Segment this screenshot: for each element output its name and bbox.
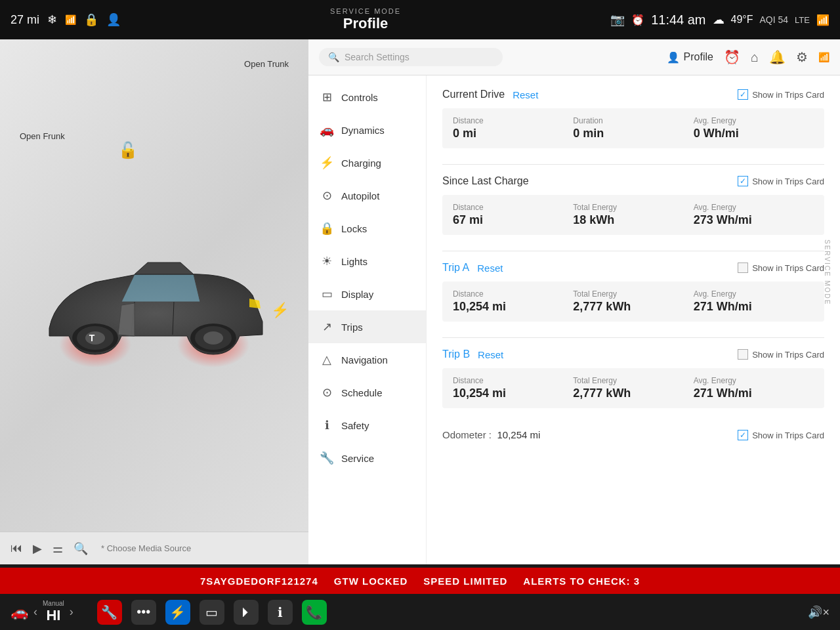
trip-b-avg-energy-value: 271 Wh/mi: [694, 387, 814, 400]
sidebar-item-safety[interactable]: ℹ Safety: [308, 409, 426, 442]
odometer-show-trips[interactable]: ✓ Show in Trips Card: [738, 430, 824, 440]
sidebar-item-service[interactable]: 🔧 Service: [308, 442, 426, 474]
service-mode-side-label: SERVICE MODE: [823, 240, 830, 306]
trips-label: Trips: [341, 322, 363, 333]
volume-display[interactable]: 🔊×: [808, 605, 830, 620]
search-icon: 🔍: [328, 52, 339, 62]
odometer-row: Odometer : 10,254 mi ✓ Show in Trips Car…: [442, 424, 824, 446]
info-icon: ℹ: [278, 604, 283, 620]
autopilot-label: Autopilot: [341, 190, 379, 201]
lights-label: Lights: [341, 256, 368, 267]
sidebar-item-trips[interactable]: ↗ Trips: [308, 310, 426, 343]
profile-button[interactable]: 👤 Profile: [667, 51, 713, 64]
car-lock-icon: 🔓: [118, 141, 138, 159]
wrench-app-icon[interactable]: 🔧: [97, 600, 122, 625]
slc-energy: Total Energy 18 kWh: [573, 203, 693, 227]
trip-a-checkbox[interactable]: [738, 262, 748, 273]
sidebar-item-dynamics[interactable]: 🚗 Dynamics: [308, 114, 426, 146]
current-drive-header: Current Drive Reset ✓ Show in Trips Card: [442, 89, 824, 100]
trip-b-checkbox[interactable]: [738, 349, 748, 360]
media-search-icon[interactable]: 🔍: [74, 541, 88, 556]
media-bar: ⏮ ▶ ⚌ 🔍 * Choose Media Source: [0, 532, 308, 564]
phone-app-icon[interactable]: 📞: [302, 600, 327, 625]
media-controls[interactable]: ⏮ ▶ ⚌ 🔍: [10, 541, 88, 556]
dynamics-icon: 🚗: [319, 123, 335, 137]
autopilot-icon: ⊙: [319, 188, 335, 203]
info-app-icon[interactable]: ℹ: [268, 600, 293, 625]
sidebar-item-controls[interactable]: ⊞ Controls: [308, 81, 426, 114]
current-drive-show-trips[interactable]: ✓ Show in Trips Card: [738, 89, 824, 100]
sidebar-item-charging[interactable]: ⚡ Charging: [308, 146, 426, 179]
service-label: Service: [341, 453, 374, 464]
sidebar-item-schedule[interactable]: ⊙ Schedule: [308, 376, 426, 409]
trip-a-section: Trip A Reset Show in Trips Card Distance…: [442, 262, 824, 322]
media-source-label[interactable]: * Choose Media Source: [101, 543, 191, 553]
open-frunk-button[interactable]: Open Frunk: [20, 131, 65, 142]
trip-a-energy-value: 2,777 kWh: [573, 300, 693, 314]
sidebar-item-display[interactable]: ▭ Display: [308, 278, 426, 310]
screen-icon: ▭: [205, 604, 218, 620]
slc-distance: Distance 67 mi: [453, 203, 573, 227]
bell-icon[interactable]: 🔔: [769, 49, 786, 65]
trip-b-show-trips[interactable]: Show in Trips Card: [738, 349, 824, 360]
sidebar-item-locks[interactable]: 🔒 Locks: [308, 212, 426, 245]
car-image: T: [30, 230, 279, 374]
current-drive-duration: Duration 0 min: [573, 116, 693, 140]
media-app-icon[interactable]: ⏵: [234, 600, 259, 625]
user-icon: 👤: [106, 12, 121, 27]
dynamics-label: Dynamics: [341, 125, 385, 136]
since-last-charge-checkbox[interactable]: ✓: [738, 176, 748, 186]
svg-text:T: T: [89, 333, 95, 343]
screen-app-icon[interactable]: ▭: [200, 600, 224, 625]
bottom-status-bar: 7SAYGDEDORF121274 GTW LOCKED SPEED LIMIT…: [0, 568, 840, 594]
current-drive-section: Current Drive Reset ✓ Show in Trips Card…: [442, 89, 824, 148]
sidebar-item-lights[interactable]: ☀ Lights: [308, 245, 426, 278]
divider-1: [442, 164, 824, 165]
current-drive-checkbox[interactable]: ✓: [738, 89, 748, 100]
since-last-charge-show-trips[interactable]: ✓ Show in Trips Card: [738, 176, 824, 186]
bluetooth-app-icon[interactable]: ⚡: [165, 600, 190, 625]
status-bar-center: SERVICE MODE Profile: [330, 7, 401, 32]
trip-a-show-trips[interactable]: Show in Trips Card: [738, 262, 824, 273]
trip-a-reset-button[interactable]: Reset: [477, 262, 503, 274]
trip-b-reset-button[interactable]: Reset: [478, 349, 503, 360]
search-bar[interactable]: 🔍 Search Settings: [319, 48, 503, 66]
current-drive-show-trips-label: Show in Trips Card: [752, 90, 824, 100]
media-play-icon[interactable]: ▶: [33, 541, 42, 556]
safety-icon: ℹ: [319, 418, 335, 432]
clock-icon: ⏰: [631, 14, 644, 26]
slc-distance-label: Distance: [453, 203, 573, 212]
speed-status: SPEED LIMITED: [423, 576, 507, 587]
open-trunk-button[interactable]: Open Trunk: [244, 59, 289, 70]
gtw-status: GTW LOCKED: [334, 576, 408, 587]
trip-a-distance-value: 10,254 mi: [453, 300, 573, 314]
main-content: 🔍 Search Settings 👤 Profile ⏰ ⌂ 🔔 ⚙ 📶 ⊞ …: [308, 39, 840, 564]
slc-energy-value: 18 kWh: [573, 213, 693, 227]
signal-icon: 📶: [818, 52, 830, 62]
sidebar-item-navigation[interactable]: △ Navigation: [308, 343, 426, 376]
settings-icon[interactable]: ⚙: [796, 49, 808, 65]
current-drive-reset-button[interactable]: Reset: [513, 89, 538, 100]
odometer-label: Odometer :: [442, 429, 492, 440]
trip-b-energy-value: 2,777 kWh: [573, 387, 693, 400]
dots-app-icon[interactable]: •••: [131, 600, 156, 625]
trip-b-distance-value: 10,254 mi: [453, 387, 573, 400]
home-icon[interactable]: ⌂: [751, 50, 759, 65]
odometer-checkbox[interactable]: ✓: [738, 430, 748, 440]
lights-icon: ☀: [319, 254, 335, 268]
sidebar-item-autopilot[interactable]: ⊙ Autopilot: [308, 179, 426, 212]
car-taskbar-icon[interactable]: 🚗: [10, 604, 28, 621]
odometer-display: Odometer : 10,254 mi: [442, 429, 540, 441]
car-lightning-icon: ⚡: [271, 302, 289, 319]
signal-icon: 📶: [65, 14, 76, 25]
current-drive-duration-value: 0 min: [573, 127, 693, 140]
profile-label: Profile: [684, 51, 713, 63]
nav-forward-icon[interactable]: ›: [70, 605, 74, 619]
media-prev-icon[interactable]: ⏮: [10, 541, 22, 555]
trip-a-title: Trip A: [442, 262, 469, 274]
nav-back-icon[interactable]: ‹: [33, 605, 37, 619]
since-last-charge-header: Since Last Charge ✓ Show in Trips Card: [442, 175, 824, 187]
alarm-icon[interactable]: ⏰: [724, 49, 740, 65]
media-menu-icon[interactable]: ⚌: [52, 541, 63, 556]
weather-icon: ☁: [713, 12, 724, 27]
